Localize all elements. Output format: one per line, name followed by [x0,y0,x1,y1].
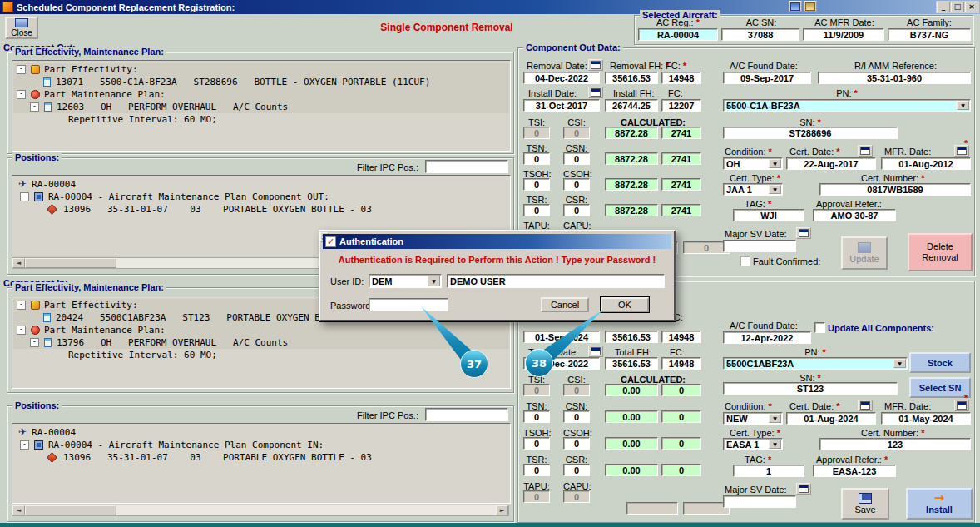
csr-field[interactable]: 0 [563,204,590,216]
csi-field[interactable]: 0 [563,127,590,139]
window-close-button[interactable]: × [965,2,978,12]
trans-date-calendar-button[interactable] [588,346,603,357]
tsoh-field[interactable]: 0 [523,437,550,450]
tsr-field[interactable]: 0 [523,204,550,216]
tapu-field[interactable]: 0 [523,490,550,503]
removal-date-calendar-button[interactable] [588,59,603,71]
removal-fc-field[interactable]: 14948 [661,72,701,84]
csoh-field[interactable]: 0 [563,178,590,191]
tree-row-plan-component-in[interactable]: - RA-00004 - Aircraft Maintenance Plan C… [13,439,509,451]
tree-row-plan-item[interactable]: - 13796 OH PERFORM OVERHAUL A/C Counts [13,336,509,349]
out-major-sv-field[interactable] [723,240,796,252]
dropdown-arrow-icon[interactable]: ▼ [769,414,781,423]
collapse-icon[interactable]: - [20,440,29,450]
cancel-button[interactable]: Cancel [541,297,589,312]
tree-row-part-maintenance-plan[interactable]: - Part Maintenance Plan: [13,88,509,101]
tsi-field[interactable]: 0 [523,384,550,396]
stock-button[interactable]: Stock [909,352,971,373]
in-cert-number-field[interactable]: 123 [819,438,971,450]
user-id-combo[interactable]: DEM ▼ [369,274,442,288]
out-found-date-field[interactable]: 09-Sep-2017 [723,72,811,84]
dropdown-arrow-icon[interactable]: ▼ [957,101,969,110]
save-button[interactable]: Save [841,488,889,520]
tree-row-position-item[interactable]: 13096 35-31-01-07 03 PORTABLE OXYGEN BOT… [13,203,509,216]
dropdown-arrow-icon[interactable]: ▼ [769,159,781,168]
tree-row-plan-detail[interactable]: Repetitive Interval: 60 MO; [13,113,509,126]
out-approval-field[interactable]: AMO 30-87 [813,209,896,221]
out-major-sv-calendar-button[interactable] [796,227,811,239]
csoh-field[interactable]: 0 [563,437,590,450]
install-button[interactable]: → Install [906,488,973,520]
tsn-field[interactable]: 0 [523,410,550,423]
csr-field[interactable]: 0 [563,464,590,476]
out-install-date-field[interactable]: 31-Oct-2017 [523,99,600,112]
in-mfr-date-field[interactable]: 01-May-2024 [881,412,971,425]
capu-field[interactable]: 0 [563,490,590,503]
password-input[interactable] [369,298,448,311]
titlebar-tool-button-2[interactable] [804,1,817,12]
scroll-right-icon[interactable]: ► [496,505,508,515]
tree-row-aircraft[interactable]: ✈ RA-00004 [13,426,509,439]
in-install-date-field[interactable]: 01-Sep-2024 [523,331,600,343]
dropdown-arrow-icon[interactable]: ▼ [893,359,906,368]
out-pn-combo[interactable]: 5500-C1A-BF23A ▼ [723,99,971,112]
csn-field[interactable]: 0 [563,152,590,165]
titlebar-tool-button-1[interactable] [789,1,802,12]
maximize-button[interactable]: □ [951,2,964,12]
tree-row-plan-item[interactable]: - 12603 OH PERFORM OVERHAUL A/C Counts [13,101,509,113]
removal-date-field[interactable]: 04-Dec-2022 [523,72,600,84]
out-condition-combo[interactable]: OH ▼ [723,157,783,170]
in-major-sv-calendar-button[interactable] [796,483,811,495]
minimize-button[interactable]: _ [937,2,950,12]
total-fh-field[interactable]: 35616.53 [605,357,658,370]
collapse-icon[interactable]: - [17,326,26,335]
out-tag-field[interactable]: WJI [733,209,804,221]
in-filter-ipc-input[interactable] [425,408,508,421]
total-fc-field[interactable]: 14948 [661,357,701,370]
in-sn-field[interactable]: ST123 [723,382,898,395]
tree-row-plan-component-out[interactable]: - RA-00004 - Aircraft Maintenance Plan C… [13,191,509,203]
in-condition-combo[interactable]: NEW ▼ [723,412,783,425]
in-install-fc-field[interactable]: 14948 [661,331,701,343]
tsoh-field[interactable]: 0 [523,178,550,191]
dropdown-arrow-icon[interactable]: ▼ [428,276,440,286]
tsr-field[interactable]: 0 [523,464,550,476]
delete-removal-button[interactable]: Delete Removal [908,233,973,271]
tsn-field[interactable]: 0 [523,152,550,165]
tree-row-aircraft[interactable]: ✈ RA-00004 [13,178,509,191]
collapse-icon[interactable]: - [20,192,29,201]
out-sn-field[interactable]: ST288696 [723,127,898,139]
out-install-fh-field[interactable]: 26744.25 [605,99,658,112]
authentication-dialog-titlebar[interactable]: ✓ Authentication [323,234,671,249]
in-cert-date-field[interactable]: 01-Aug-2024 [786,412,876,425]
scrollbar-thumb[interactable] [25,258,116,268]
amm-reference-field[interactable]: 35-31-01-960 [818,72,971,84]
collapse-icon[interactable]: - [17,65,26,74]
out-install-fc-field[interactable]: 12207 [661,99,701,112]
dropdown-arrow-icon[interactable]: ▼ [769,440,781,449]
out-cert-number-field[interactable]: 0817WB1589 [819,183,971,196]
in-found-date-field[interactable]: 12-Apr-2022 [723,331,811,344]
fault-confirmed-checkbox[interactable] [740,256,750,266]
collapse-icon[interactable]: - [17,301,26,310]
in-positions-hscrollbar[interactable]: ◄ ► [12,505,509,516]
tree-row-effectivity-item[interactable]: 13071 5500-C1A-BF23A ST288696 BOTTLE - O… [13,76,509,88]
scrollbar-thumb[interactable] [25,505,116,515]
in-cert-type-combo[interactable]: EASA 1 ▼ [723,438,783,450]
out-cert-date-calendar-button[interactable] [858,145,873,157]
in-major-sv-field[interactable] [723,495,796,508]
out-cert-type-combo[interactable]: JAA 1 ▼ [723,183,783,196]
in-approval-field[interactable]: EASA-123 [813,465,896,477]
update-button[interactable]: Update [841,236,888,270]
in-cert-date-calendar-button[interactable] [858,400,873,411]
scroll-left-icon[interactable]: ◄ [12,505,25,515]
out-mfr-date-field[interactable]: 01-Aug-2012 [881,157,971,170]
removal-fh-field[interactable]: 35616.53 [605,72,658,84]
close-button[interactable]: Close [5,17,38,39]
select-sn-button[interactable]: Select SN [909,377,971,398]
ok-button[interactable]: OK [601,297,649,312]
collapse-icon[interactable]: - [30,338,39,347]
dropdown-arrow-icon[interactable]: ▼ [769,185,781,194]
out-cert-date-field[interactable]: 22-Aug-2017 [786,157,876,170]
ac-reg-field[interactable]: RA-00004 [638,28,718,41]
